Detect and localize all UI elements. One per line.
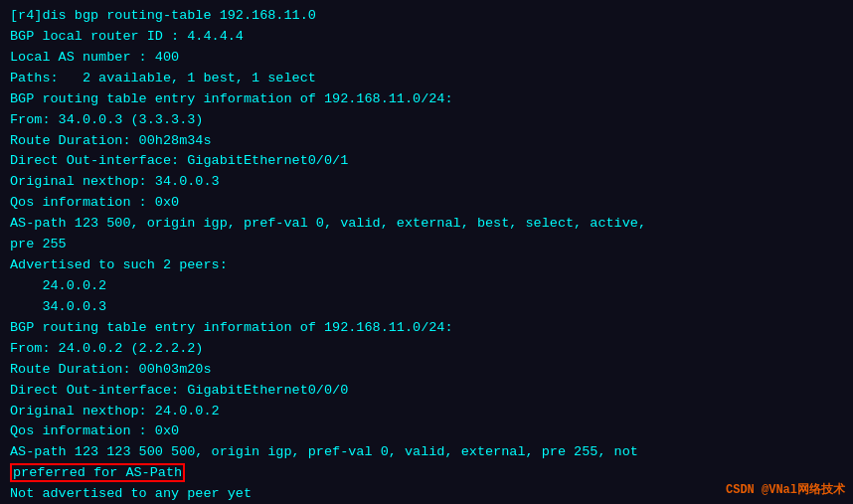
highlighted-text: preferred for AS-Path xyxy=(10,463,185,482)
terminal-line: Direct Out-interface: GigabitEthernet0/0… xyxy=(10,151,843,172)
terminal-line: BGP routing table entry information of 1… xyxy=(10,89,843,110)
terminal-line: Direct Out-interface: GigabitEthernet0/0… xyxy=(10,381,843,402)
terminal-line: pre 255 xyxy=(10,235,843,255)
terminal-line: Local AS number : 400 xyxy=(10,48,843,69)
watermark: CSDN @VNal网络技术 xyxy=(726,481,845,498)
terminal-line: Advertised to such 2 peers: xyxy=(10,255,843,276)
terminal-window: [r4]dis bgp routing-table 192.168.11.0BG… xyxy=(0,0,853,504)
terminal-line: 24.0.0.2 xyxy=(10,276,843,297)
terminal-line: Route Duration: 00h03m20s xyxy=(10,360,843,381)
terminal-line: Not advertised to any peer yet xyxy=(10,484,843,504)
terminal-line: preferred for AS-Path xyxy=(10,463,843,484)
terminal-line: AS-path 123 123 500 500, origin igp, pre… xyxy=(10,442,843,463)
terminal-line: Original nexthop: 34.0.0.3 xyxy=(10,172,843,193)
terminal-line: [r4]dis bgp routing-table 192.168.11.0 xyxy=(10,6,843,27)
terminal-line: From: 24.0.0.2 (2.2.2.2) xyxy=(10,339,843,360)
terminal-line: Route Duration: 00h28m34s xyxy=(10,131,843,152)
terminal-content: [r4]dis bgp routing-table 192.168.11.0BG… xyxy=(10,6,843,504)
terminal-line: BGP routing table entry information of 1… xyxy=(10,318,843,339)
terminal-line: From: 34.0.0.3 (3.3.3.3) xyxy=(10,110,843,131)
terminal-line: Qos information : 0x0 xyxy=(10,421,843,442)
terminal-line: 34.0.0.3 xyxy=(10,297,843,318)
terminal-line: BGP local router ID : 4.4.4.4 xyxy=(10,27,843,48)
terminal-line: AS-path 123 500, origin igp, pref-val 0,… xyxy=(10,214,843,235)
terminal-line: Original nexthop: 24.0.0.2 xyxy=(10,402,843,422)
terminal-line: Qos information : 0x0 xyxy=(10,193,843,214)
terminal-line: Paths: 2 available, 1 best, 1 select xyxy=(10,69,843,89)
